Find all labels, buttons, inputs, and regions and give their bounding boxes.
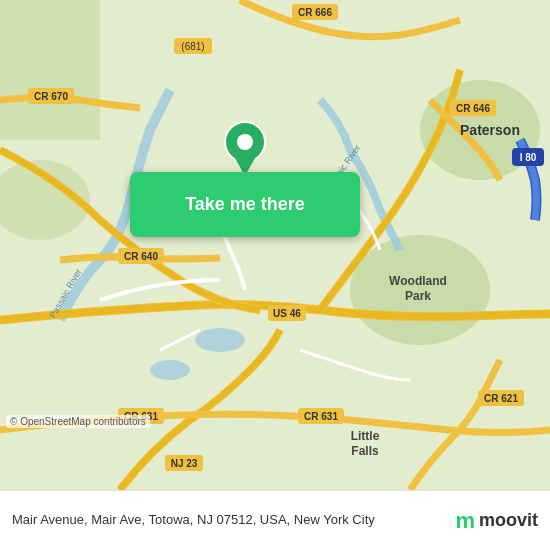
take-me-there-button[interactable]: Take me there <box>130 172 360 237</box>
svg-text:I 80: I 80 <box>520 152 537 163</box>
svg-text:Falls: Falls <box>351 444 379 458</box>
map-container: CR 666 (681) CR 670 CR 646 I 80 CR 640 U… <box>0 0 550 490</box>
svg-text:CR 646: CR 646 <box>456 103 490 114</box>
svg-text:CR 670: CR 670 <box>34 91 68 102</box>
osm-attribution: © OpenStreetMap contributors <box>6 415 150 428</box>
svg-point-6 <box>150 360 190 380</box>
svg-text:CR 631: CR 631 <box>304 411 338 422</box>
svg-text:CR 621: CR 621 <box>484 393 518 404</box>
moovit-m-icon: m <box>455 508 475 534</box>
svg-text:(681): (681) <box>181 41 204 52</box>
svg-text:US 46: US 46 <box>273 308 301 319</box>
svg-point-5 <box>195 328 245 352</box>
svg-text:Little: Little <box>351 429 380 443</box>
svg-text:Park: Park <box>405 289 431 303</box>
svg-text:CR 666: CR 666 <box>298 7 332 18</box>
svg-text:Paterson: Paterson <box>460 122 520 138</box>
info-bar: Mair Avenue, Mair Ave, Totowa, NJ 07512,… <box>0 490 550 550</box>
svg-text:Woodland: Woodland <box>389 274 447 288</box>
svg-rect-3 <box>0 0 100 140</box>
button-overlay: Take me there <box>130 120 360 237</box>
svg-text:CR 640: CR 640 <box>124 251 158 262</box>
address-text: Mair Avenue, Mair Ave, Totowa, NJ 07512,… <box>12 511 455 529</box>
moovit-text: moovit <box>479 510 538 531</box>
moovit-logo: m moovit <box>455 508 538 534</box>
svg-text:NJ 23: NJ 23 <box>171 458 198 469</box>
svg-point-37 <box>237 134 253 150</box>
